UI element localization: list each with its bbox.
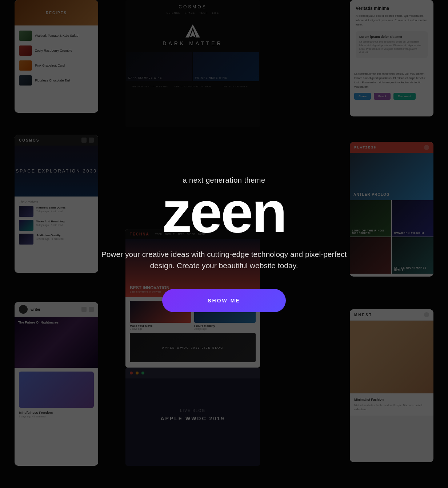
- hero-title: zeen: [162, 187, 286, 237]
- hero-section: a next generation theme zeen Power your …: [0, 0, 448, 488]
- show-me-button[interactable]: SHOW ME: [162, 289, 286, 312]
- hero-description: Power your creative ideas with cutting-e…: [97, 249, 351, 271]
